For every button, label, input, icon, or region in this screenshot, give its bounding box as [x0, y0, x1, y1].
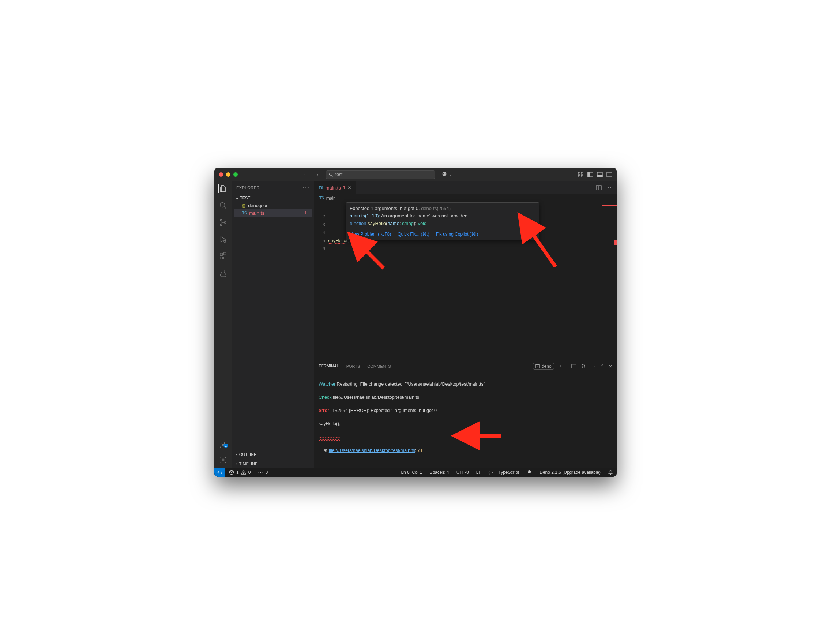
run-debug-view-button[interactable] — [219, 235, 228, 244]
svg-line-26 — [530, 230, 556, 267]
svg-point-36 — [243, 473, 244, 474]
editor-content[interactable]: sayHello(); Expected 1 arguments, but go… — [328, 202, 591, 360]
toggle-panel-icon[interactable] — [597, 172, 603, 177]
annotation-arrow — [470, 415, 503, 457]
copilot-status[interactable] — [523, 469, 536, 475]
port-status[interactable]: 0 — [254, 470, 271, 475]
code-function-call: sayHello — [328, 238, 346, 243]
svg-rect-21 — [224, 252, 226, 254]
breadcrumb-text: main — [326, 196, 336, 201]
titlebar: ← → test ⌄ — [214, 167, 617, 182]
annotation-arrow — [358, 242, 387, 272]
extensions-view-button[interactable] — [219, 252, 228, 260]
chevron-down-icon: ⌄ — [449, 172, 452, 176]
svg-point-14 — [220, 219, 222, 221]
svg-rect-9 — [597, 175, 602, 177]
copilot-icon — [441, 171, 448, 178]
svg-rect-10 — [607, 172, 612, 177]
outline-section-header[interactable]: › OUTLINE — [232, 450, 314, 459]
editor-gutter: 1 2 3 4 5 6 — [314, 202, 328, 360]
error-icon — [229, 470, 234, 475]
toggle-sidebar-icon[interactable] — [587, 172, 593, 177]
settings-button[interactable] — [219, 456, 228, 464]
close-panel-button[interactable]: ✕ — [609, 364, 612, 369]
accounts-badge: 1 — [223, 444, 228, 448]
panel-more-button[interactable]: ··· — [590, 364, 596, 369]
split-editor-button[interactable] — [596, 185, 602, 191]
editor-more-button[interactable]: ··· — [605, 185, 612, 191]
file-name: main.ts — [249, 210, 302, 216]
breadcrumb[interactable]: TS main — [314, 194, 617, 202]
editor-tabs: TS main.ts 1 ✕ ··· — [314, 182, 617, 194]
editor-tab-main-ts[interactable]: TS main.ts 1 ✕ — [314, 182, 356, 194]
eol-status[interactable]: LF — [473, 469, 485, 475]
language-mode-status[interactable]: { } TypeScript — [485, 469, 523, 475]
explorer-view-button[interactable] — [218, 185, 227, 193]
svg-point-17 — [224, 240, 226, 242]
chevron-right-icon: › — [236, 461, 237, 466]
problems-status[interactable]: 1 0 — [225, 470, 254, 475]
indentation-status[interactable]: Spaces: 4 — [426, 469, 452, 475]
timeline-section-header[interactable]: › TIMELINE — [232, 459, 314, 468]
layout-customize-icon[interactable] — [578, 172, 584, 177]
window-minimize-button[interactable] — [226, 172, 231, 177]
encoding-status[interactable]: UTF-8 — [453, 469, 473, 475]
nav-back-button[interactable]: ← — [303, 171, 309, 178]
remote-icon — [217, 470, 222, 475]
status-bar: 1 0 0 Ln 6, Col 1 Spaces: 4 UTF-8 LF { }… — [214, 468, 617, 477]
editor-group: TS main.ts 1 ✕ ··· TS main 1 2 3 — [314, 182, 617, 468]
remote-button[interactable] — [214, 468, 225, 477]
sidebar-title: EXPLORER — [236, 185, 259, 190]
quick-fix-link[interactable]: Quick Fix... (⌘.) — [398, 231, 430, 238]
file-item-deno-json[interactable]: {} deno.json — [234, 202, 312, 209]
folder-section-header[interactable]: ⌄ TEST — [234, 194, 312, 202]
close-tab-button[interactable]: ✕ — [347, 185, 352, 191]
ts-file-icon: TS — [319, 196, 324, 200]
accounts-button[interactable]: 1 — [219, 440, 228, 449]
window-close-button[interactable] — [219, 172, 223, 177]
chevron-down-icon: ⌄ — [236, 196, 239, 200]
terminal-task-selector[interactable]: deno — [533, 363, 554, 370]
svg-line-27 — [363, 247, 384, 268]
svg-rect-3 — [581, 172, 583, 174]
new-terminal-button[interactable]: ＋ ⌄ — [559, 363, 567, 369]
nav-forward-button[interactable]: → — [313, 171, 320, 178]
svg-point-16 — [224, 222, 226, 223]
view-problem-link[interactable]: View Problem (⌥F8) — [350, 231, 391, 238]
explorer-more-button[interactable]: ··· — [303, 185, 310, 191]
diagnostic-hover-popup: Expected 1 arguments, but got 0. deno-ts… — [345, 202, 540, 241]
cursor-position-status[interactable]: Ln 6, Col 1 — [397, 469, 426, 475]
bell-icon — [608, 470, 613, 475]
file-name: deno.json — [248, 203, 309, 208]
svg-point-0 — [330, 173, 333, 175]
deno-status[interactable]: Deno 2.1.6 (Upgrade available) — [536, 469, 604, 475]
minimap[interactable] — [591, 202, 617, 360]
search-view-button[interactable] — [219, 201, 228, 210]
svg-rect-20 — [224, 257, 226, 259]
svg-rect-4 — [578, 175, 580, 177]
json-file-icon: {} — [242, 203, 246, 208]
tab-error-count: 1 — [343, 185, 345, 190]
copilot-menu[interactable]: ⌄ — [441, 171, 452, 178]
file-item-main-ts[interactable]: TS main.ts 1 — [234, 209, 312, 217]
tab-file-name: main.ts — [326, 185, 341, 191]
kill-terminal-button[interactable] — [581, 364, 586, 369]
panel-tab-ports[interactable]: PORTS — [346, 363, 360, 370]
terminal-output[interactable]: Watcher Restarting! File change detected… — [314, 372, 617, 468]
panel-tab-comments[interactable]: COMMENTS — [367, 363, 391, 370]
window-zoom-button[interactable] — [233, 172, 238, 177]
testing-view-button[interactable] — [219, 269, 228, 277]
annotation-arrow — [526, 226, 559, 270]
maximize-panel-button[interactable]: ⌃ — [600, 364, 604, 369]
command-center-search[interactable]: test — [326, 170, 435, 179]
terminal-icon — [535, 364, 540, 368]
notifications-button[interactable] — [604, 469, 617, 475]
source-control-view-button[interactable] — [219, 218, 228, 227]
fix-copilot-link[interactable]: Fix using Copilot (⌘I) — [436, 231, 478, 238]
copilot-icon — [526, 469, 532, 475]
split-terminal-button[interactable] — [572, 364, 576, 369]
panel-tab-terminal[interactable]: TERMINAL — [318, 362, 339, 370]
svg-line-13 — [224, 206, 226, 209]
bottom-panel: TERMINAL PORTS COMMENTS deno ＋ ⌄ ··· ⌃ ✕ — [314, 360, 617, 468]
toggle-secondary-sidebar-icon[interactable] — [607, 172, 612, 177]
